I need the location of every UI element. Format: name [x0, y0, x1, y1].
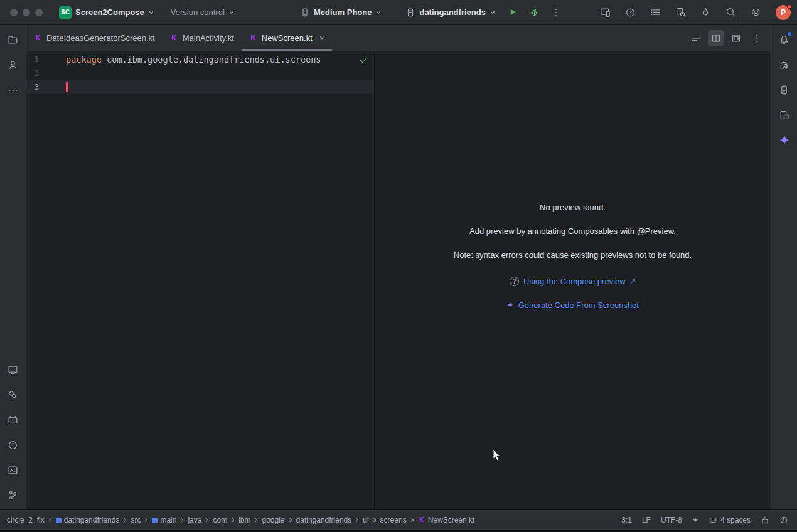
- profiler-icon: [625, 7, 636, 18]
- maximize-window-button[interactable]: [35, 9, 43, 16]
- tab-newscreen[interactable]: K NewScreen.kt ×: [242, 25, 332, 51]
- close-tab-icon[interactable]: ×: [319, 34, 324, 43]
- breadcrumb-item[interactable]: ui: [361, 514, 370, 526]
- build-variants-tool-button[interactable]: [3, 384, 24, 405]
- tab-label: NewScreen.kt: [262, 33, 313, 43]
- device-manager-icon: [779, 85, 789, 95]
- close-window-button[interactable]: [10, 9, 18, 16]
- breadcrumb-item[interactable]: src: [129, 514, 142, 526]
- app-inspection-button[interactable]: [675, 7, 686, 18]
- code-text: package com.ibm.google.datingandfriends.…: [66, 53, 321, 66]
- breadcrumb-item[interactable]: java: [186, 514, 203, 526]
- window-controls: [10, 9, 43, 16]
- compose-preview-docs-row: ? Using the Compose preview ↗: [454, 275, 692, 287]
- generate-code-from-screenshot-link[interactable]: Generate Code From Screenshot: [518, 301, 639, 310]
- version-control-tool-button[interactable]: [3, 484, 24, 506]
- task-list-button[interactable]: [650, 7, 661, 18]
- code-view-button[interactable]: [688, 30, 704, 46]
- gradle-tool-button[interactable]: [774, 54, 795, 75]
- line-separator-widget[interactable]: LF: [642, 516, 651, 524]
- folder-icon: [8, 35, 18, 45]
- tab-dateideasgeneratorscreen[interactable]: K DateIdeasGeneratorScreen.kt: [26, 25, 163, 51]
- breadcrumb-item[interactable]: datingandfriends: [55, 514, 121, 526]
- indent-widget[interactable]: 4 spaces: [709, 516, 751, 524]
- notifications-button[interactable]: [774, 29, 795, 50]
- project-widget[interactable]: SC Screen2Compose: [54, 4, 159, 21]
- design-view-button[interactable]: [728, 30, 744, 46]
- tab-label: MainActivity.kt: [183, 33, 234, 43]
- more-vertical-icon: ⋮: [551, 7, 560, 18]
- editor-line-1[interactable]: 1 package com.ibm.google.datingandfriend…: [26, 53, 374, 66]
- breadcrumb-item[interactable]: _circle_2_fix: [1, 514, 46, 526]
- line-number: 3: [26, 80, 39, 94]
- breadcrumb-item[interactable]: ibm: [237, 514, 252, 526]
- code-view-icon: [691, 33, 701, 43]
- profiler-button[interactable]: [625, 7, 636, 18]
- run-configuration-selector[interactable]: datingandfriends: [400, 5, 500, 20]
- version-control-widget[interactable]: Version control: [166, 5, 240, 19]
- firebase-button[interactable]: [700, 7, 711, 18]
- settings-button[interactable]: [751, 7, 761, 18]
- tab-options-button[interactable]: ⋮: [748, 30, 764, 46]
- design-view-icon: [731, 33, 741, 43]
- problems-tool-button[interactable]: [3, 434, 24, 455]
- breadcrumb-separator-icon: [410, 518, 415, 523]
- device-manager-tool-button[interactable]: [774, 79, 795, 100]
- status-indicator[interactable]: [779, 516, 788, 524]
- device-explorer-tool-button[interactable]: [3, 359, 24, 380]
- monitor-icon: [8, 364, 18, 375]
- inspection-status-widget[interactable]: [359, 56, 368, 65]
- layout-inspector-tool-button[interactable]: [774, 104, 795, 125]
- editor-tab-bar: K DateIdeasGeneratorScreen.kt K MainActi…: [26, 25, 771, 51]
- breadcrumb-item[interactable]: datingandfriends: [295, 514, 353, 526]
- more-actions-button[interactable]: ⋮: [547, 4, 565, 21]
- breadcrumb-separator-icon: [205, 518, 210, 523]
- check-icon: [359, 56, 368, 65]
- tab-mainactivity[interactable]: K MainActivity.kt: [163, 25, 242, 51]
- gemini-sparkle-icon: [779, 134, 790, 146]
- project-tool-button[interactable]: [3, 29, 24, 50]
- debug-button[interactable]: [526, 4, 543, 21]
- editor-line-3[interactable]: 3: [26, 80, 374, 94]
- breadcrumb-item[interactable]: screens: [379, 514, 408, 526]
- device-selector-label: Medium Phone: [314, 8, 372, 17]
- terminal-tool-button[interactable]: [3, 459, 24, 481]
- search-everywhere-button[interactable]: [725, 7, 736, 18]
- breadcrumb-separator-icon: [355, 518, 360, 523]
- run-button[interactable]: [505, 4, 522, 21]
- help-icon: ?: [510, 277, 519, 286]
- gemini-tool-button[interactable]: [774, 129, 795, 151]
- avatar-badge: [787, 4, 791, 9]
- breadcrumb-item-file[interactable]: KNewScreen.kt: [417, 514, 476, 526]
- main-body: ⋯: [0, 25, 797, 509]
- more-tool-windows-button[interactable]: ⋯: [3, 79, 24, 100]
- tab-label: DateIdeasGeneratorScreen.kt: [46, 33, 155, 43]
- code-editor[interactable]: 1 package com.ibm.google.datingandfriend…: [26, 51, 375, 509]
- app-inspection-icon: [675, 7, 686, 18]
- breadcrumb-item[interactable]: google: [260, 514, 286, 526]
- avatar[interactable]: P: [776, 5, 791, 20]
- running-devices-button[interactable]: [600, 7, 611, 18]
- device-selector[interactable]: Medium Phone: [295, 5, 387, 20]
- more-horizontal-icon: ⋯: [8, 84, 18, 96]
- status-widgets: 3:1 LF UTF-8 ✦ 4 spaces: [621, 516, 788, 524]
- compose-preview-panel: No preview found. Add preview by annotat…: [375, 51, 771, 509]
- minimize-window-button[interactable]: [23, 9, 30, 16]
- compose-preview-docs-link[interactable]: Using the Compose preview: [523, 277, 626, 286]
- breadcrumb-item[interactable]: com: [211, 514, 228, 526]
- ai-status-icon[interactable]: ✦: [692, 516, 698, 524]
- encoding-widget[interactable]: UTF-8: [661, 516, 682, 524]
- editor-area: K DateIdeasGeneratorScreen.kt K MainActi…: [26, 25, 771, 509]
- logcat-tool-button[interactable]: [3, 409, 24, 430]
- caret-position-widget[interactable]: 3:1: [621, 516, 632, 524]
- avatar-initial: P: [781, 8, 786, 17]
- commit-tool-button[interactable]: [3, 54, 24, 75]
- split-view-button[interactable]: [708, 30, 724, 46]
- breadcrumb-item[interactable]: main: [151, 514, 178, 526]
- editor-line-2[interactable]: 2: [26, 66, 374, 80]
- text-caret: [66, 82, 68, 92]
- run-toolbar: Medium Phone datingandfriends ⋮: [295, 0, 565, 24]
- layout-inspector-icon: [779, 110, 789, 120]
- readonly-toggle[interactable]: [761, 516, 769, 524]
- editor-view-modes: ⋮: [688, 25, 771, 51]
